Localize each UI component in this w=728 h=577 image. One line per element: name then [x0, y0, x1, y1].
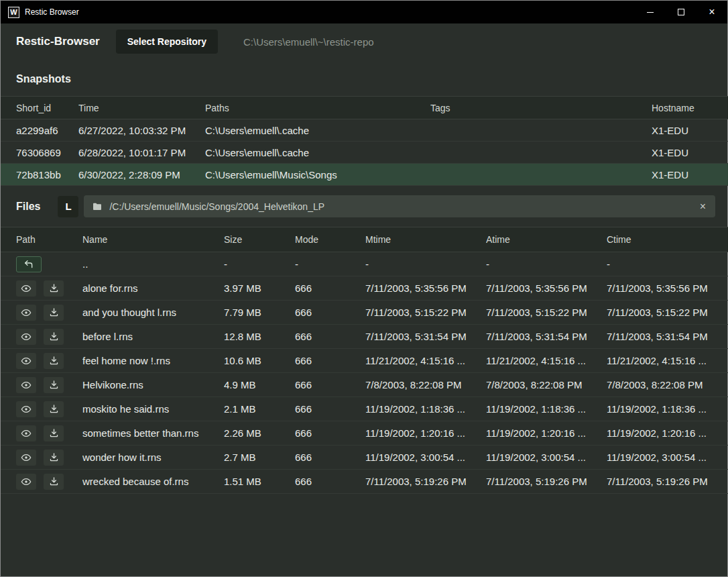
snapshot-hostname: X1-EDU	[652, 142, 728, 164]
file-ctime: 7/11/2003, 5:19:26 PM	[607, 470, 728, 494]
file-row[interactable]: feel home now !.rns 10.6 MB 666 11/21/20…	[1, 349, 728, 373]
close-icon: ×	[709, 7, 715, 17]
file-row[interactable]: wonder how it.rns 2.7 MB 666 11/19/2002,…	[1, 445, 728, 470]
file-path-cell	[1, 276, 82, 301]
file-row[interactable]: Helvikone.rns 4.9 MB 666 7/8/2003, 8:22:…	[1, 373, 728, 397]
path-bar[interactable]: /C:/Users/emuell/Music/Songs/2004_Helvet…	[84, 195, 715, 217]
snapshot-time: 6/27/2022, 10:03:32 PM	[78, 119, 205, 142]
snapshot-tags	[430, 142, 652, 164]
file-name: feel home now !.rns	[82, 349, 224, 373]
file-path-cell	[1, 325, 82, 349]
file-actions	[16, 450, 64, 466]
file-row[interactable]: moskito he said.rns 2.1 MB 666 11/19/200…	[1, 397, 728, 421]
app-icon: W	[8, 7, 19, 18]
download-button[interactable]	[44, 329, 64, 345]
file-atime: 7/11/2003, 5:31:54 PM	[486, 325, 607, 349]
file-mode: 666	[295, 470, 365, 494]
download-button[interactable]	[44, 377, 64, 393]
file-path-cell	[1, 470, 82, 494]
preview-button[interactable]	[16, 474, 36, 490]
preview-button[interactable]	[16, 329, 36, 345]
file-mtime: 7/11/2003, 5:15:22 PM	[365, 301, 486, 325]
snapshot-row[interactable]: 76306869 6/28/2022, 10:01:17 PM C:\Users…	[1, 142, 728, 164]
file-mode: 666	[295, 276, 365, 301]
file-row[interactable]: sometimes better than.rns 2.26 MB 666 11…	[1, 421, 728, 445]
column-atime: Atime	[486, 227, 607, 252]
files-heading: Files	[16, 201, 40, 213]
corner-up-left-icon	[23, 259, 34, 270]
file-actions	[16, 353, 64, 369]
download-button[interactable]	[44, 280, 64, 297]
file-row[interactable]: before l.rns 12.8 MB 666 7/11/2003, 5:31…	[1, 325, 728, 349]
file-size: 2.7 MB	[224, 445, 295, 470]
file-path-cell	[1, 397, 82, 421]
up-directory-button[interactable]	[16, 256, 42, 272]
preview-button[interactable]	[16, 377, 36, 393]
files-table-header: Path Name Size Mode Mtime Atime Ctime	[1, 227, 728, 252]
file-size: 4.9 MB	[224, 373, 295, 397]
preview-button[interactable]	[16, 305, 36, 321]
eye-icon	[21, 452, 32, 463]
file-row[interactable]: .. - - - - -	[1, 252, 728, 276]
file-size: 1.51 MB	[224, 470, 295, 494]
preview-button[interactable]	[16, 425, 36, 441]
file-mode: 666	[295, 445, 365, 470]
file-mode: 666	[295, 373, 365, 397]
file-path-cell	[1, 421, 82, 445]
file-mtime: 11/21/2002, 4:15:16 ...	[365, 349, 486, 373]
column-path: Path	[1, 227, 82, 252]
file-mtime: 7/8/2003, 8:22:08 PM	[365, 373, 486, 397]
eye-icon	[21, 476, 32, 487]
snapshot-hostname: X1-EDU	[652, 164, 728, 186]
snapshot-paths: C:\Users\emuell\.cache	[205, 119, 430, 142]
files-bar: Files L /C:/Users/emuell/Music/Songs/200…	[1, 186, 727, 227]
download-button[interactable]	[44, 353, 64, 369]
snapshot-short-id: a2299af6	[1, 119, 78, 142]
download-icon	[49, 404, 59, 414]
maximize-button[interactable]	[666, 1, 696, 23]
eye-icon	[21, 380, 32, 390]
file-size: 10.6 MB	[224, 349, 295, 373]
clear-path-icon[interactable]: ×	[699, 200, 707, 213]
file-mtime: 7/11/2003, 5:31:54 PM	[365, 325, 486, 349]
download-icon	[49, 283, 59, 293]
preview-button[interactable]	[16, 401, 36, 417]
file-mtime: 7/11/2003, 5:35:56 PM	[365, 276, 486, 301]
drive-select-button[interactable]: L	[58, 196, 78, 217]
file-mtime: 11/19/2002, 3:00:54 ...	[365, 445, 486, 470]
file-name: sometimes better than.rns	[82, 421, 224, 445]
file-atime: 11/21/2002, 4:15:16 ...	[486, 349, 607, 373]
download-button[interactable]	[44, 450, 64, 466]
download-icon	[49, 452, 59, 462]
download-button[interactable]	[44, 474, 64, 490]
snapshot-short-id: 72b813bb	[1, 164, 78, 186]
snapshots-table: Short_id Time Paths Tags Hostname a2299a…	[1, 96, 728, 186]
column-tags: Tags	[430, 97, 652, 119]
close-button[interactable]: ×	[696, 1, 727, 23]
preview-button[interactable]	[16, 450, 36, 466]
select-repository-button[interactable]: Select Repository	[116, 30, 218, 54]
download-button[interactable]	[44, 305, 64, 321]
column-hostname: Hostname	[652, 97, 728, 119]
snapshot-hostname: X1-EDU	[652, 119, 728, 142]
column-short-id: Short_id	[1, 97, 78, 119]
file-ctime: -	[607, 252, 728, 276]
file-row[interactable]: alone for.rns 3.97 MB 666 7/11/2003, 5:3…	[1, 276, 728, 301]
download-button[interactable]	[44, 401, 64, 417]
file-path-cell	[1, 301, 82, 325]
eye-icon	[21, 356, 32, 366]
preview-button[interactable]	[16, 280, 36, 297]
preview-button[interactable]	[16, 353, 36, 369]
snapshot-row[interactable]: 72b813bb 6/30/2022, 2:28:09 PM C:\Users\…	[1, 164, 728, 186]
file-mode: 666	[295, 301, 365, 325]
file-mode: 666	[295, 397, 365, 421]
file-mode: 666	[295, 349, 365, 373]
download-button[interactable]	[44, 425, 64, 441]
file-row[interactable]: wrecked because of.rns 1.51 MB 666 7/11/…	[1, 470, 728, 494]
snapshot-row[interactable]: a2299af6 6/27/2022, 10:03:32 PM C:\Users…	[1, 119, 728, 142]
download-icon	[49, 428, 59, 438]
minimize-button[interactable]	[635, 1, 666, 23]
snapshot-time: 6/28/2022, 10:01:17 PM	[78, 142, 205, 164]
file-ctime: 11/19/2002, 1:20:16 ...	[607, 421, 728, 445]
file-row[interactable]: and you thought l.rns 7.79 MB 666 7/11/2…	[1, 301, 728, 325]
